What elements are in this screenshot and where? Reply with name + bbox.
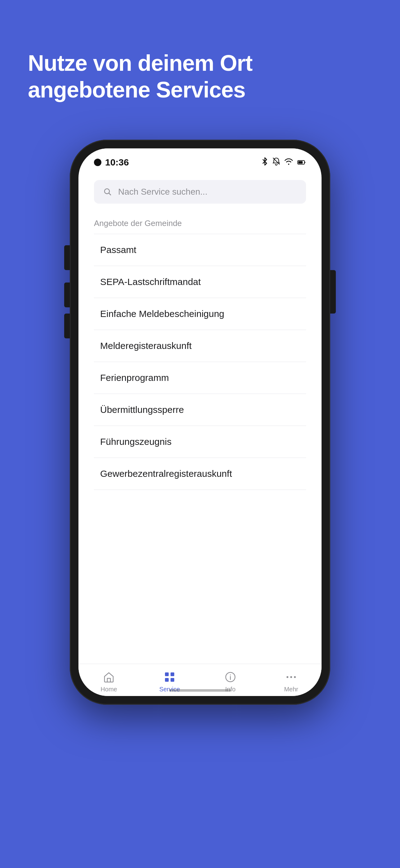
wifi-icon <box>284 158 293 167</box>
list-item[interactable]: Gewerbezentralregisterauskunft <box>94 458 306 490</box>
list-item[interactable]: Übermittlungssperre <box>94 394 306 426</box>
phone-shell: 10:36 <box>70 140 330 705</box>
service-list: Passamt SEPA-Lastschriftmandat Einfache … <box>94 234 306 490</box>
svg-rect-1 <box>298 161 303 164</box>
svg-rect-3 <box>165 673 169 676</box>
svg-rect-6 <box>171 678 174 682</box>
app-content: Nach Service suchen... Angebote der Geme… <box>78 171 322 696</box>
nav-label-home: Home <box>100 686 117 693</box>
svg-point-10 <box>290 676 292 678</box>
nav-item-home[interactable]: Home <box>78 670 139 693</box>
search-bar[interactable]: Nach Service suchen... <box>94 180 306 204</box>
hero-title: Nutze von deinem Ort angebotene Services <box>28 50 372 103</box>
search-icon <box>103 187 112 197</box>
more-icon <box>284 670 298 684</box>
nav-label-mehr: Mehr <box>284 686 298 693</box>
status-icons <box>261 157 306 168</box>
search-placeholder: Nach Service suchen... <box>118 187 207 197</box>
battery-icon <box>297 158 306 167</box>
section-title: Angebote der Gemeinde <box>94 219 306 228</box>
nav-item-mehr[interactable]: Mehr <box>261 670 322 693</box>
svg-point-9 <box>287 676 288 678</box>
list-item[interactable]: Führungszeugnis <box>94 426 306 458</box>
list-item[interactable]: Einfache Meldebescheinigung <box>94 298 306 330</box>
list-item[interactable]: Melderegisterauskunft <box>94 330 306 362</box>
phone-content: 10:36 <box>78 148 322 696</box>
svg-rect-4 <box>171 673 174 676</box>
camera-dot <box>94 159 101 166</box>
status-time: 10:36 <box>94 157 129 168</box>
svg-rect-5 <box>165 678 169 682</box>
phone-screen: 10:36 <box>78 148 322 696</box>
info-icon <box>224 670 237 684</box>
home-indicator <box>169 689 231 692</box>
status-bar: 10:36 <box>78 148 322 171</box>
bell-off-icon <box>272 157 280 167</box>
list-item[interactable]: Ferienprogramm <box>94 362 306 394</box>
list-item[interactable]: SEPA-Lastschriftmandat <box>94 266 306 298</box>
svg-point-11 <box>294 676 296 678</box>
bluetooth-icon <box>261 157 268 168</box>
service-icon <box>163 670 176 684</box>
list-item[interactable]: Passamt <box>94 234 306 266</box>
phone-device: 10:36 <box>70 140 330 705</box>
svg-point-8 <box>230 675 231 676</box>
home-icon <box>102 670 116 684</box>
